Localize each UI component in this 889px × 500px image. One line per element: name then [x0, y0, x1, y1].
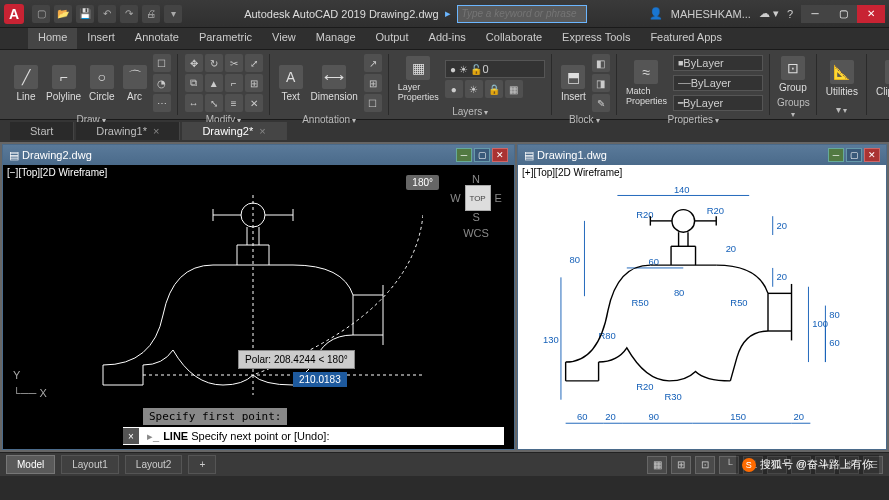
circle-button[interactable]: ○Circle [87, 63, 117, 104]
status-grid-icon[interactable]: ⊞ [671, 456, 691, 474]
layer-tool-icon[interactable]: ▦ [505, 80, 523, 98]
maximize-button[interactable]: ▢ [829, 5, 857, 23]
tab-manage[interactable]: Manage [306, 28, 366, 49]
tab-insert[interactable]: Insert [77, 28, 125, 49]
doc-maximize-button[interactable]: ▢ [846, 148, 862, 162]
user-icon[interactable]: 👤 [649, 7, 663, 20]
layer-tool-icon[interactable]: ☀ [465, 80, 483, 98]
move-icon[interactable]: ✥ [185, 54, 203, 72]
tab-annotate[interactable]: Annotate [125, 28, 189, 49]
rotate-icon[interactable]: ↻ [205, 54, 223, 72]
scale-icon[interactable]: ⤡ [205, 94, 223, 112]
qat-redo-icon[interactable]: ↷ [120, 5, 138, 23]
tab-output[interactable]: Output [366, 28, 419, 49]
app-logo[interactable]: A [4, 4, 24, 24]
viewport-drawing2[interactable]: [−][Top][2D Wireframe] 180° N WTOPE S WC… [3, 165, 514, 449]
panel-annotation[interactable]: Annotation [277, 112, 382, 125]
svg-text:20: 20 [777, 271, 787, 282]
arc-button[interactable]: ⌒Arc [121, 63, 149, 104]
status-snap-icon[interactable]: ⊡ [695, 456, 715, 474]
filetab-start[interactable]: Start [10, 122, 74, 140]
group-button[interactable]: ⊡Group [777, 54, 809, 95]
text-button[interactable]: AText [277, 63, 305, 104]
layer-dropdown[interactable]: ● ☀ 🔓 0 [445, 60, 545, 78]
tab-view[interactable]: View [262, 28, 306, 49]
qat-plot-icon[interactable]: 🖨 [142, 5, 160, 23]
match-properties-button[interactable]: ≈Match Properties [624, 58, 669, 108]
panel-layers[interactable]: Layers [396, 104, 545, 117]
qat-open-icon[interactable]: 📂 [54, 5, 72, 23]
qat-save-icon[interactable]: 💾 [76, 5, 94, 23]
search-input[interactable] [457, 5, 587, 23]
block-tool-icon[interactable]: ✎ [592, 94, 610, 112]
cloud-icon[interactable]: ☁ ▾ [759, 7, 779, 20]
tab-parametric[interactable]: Parametric [189, 28, 262, 49]
add-layout-button[interactable]: + [188, 455, 216, 474]
draw-tool-icon[interactable]: ☐ [153, 54, 171, 72]
layer-tool-icon[interactable]: 🔒 [485, 80, 503, 98]
cmd-close-icon[interactable]: × [123, 428, 139, 444]
draw-tool-icon[interactable]: ◔ [153, 74, 171, 92]
table-icon[interactable]: ⊞ [364, 74, 382, 92]
doc-minimize-button[interactable]: ─ [828, 148, 844, 162]
tab-collaborate[interactable]: Collaborate [476, 28, 552, 49]
doc-close-button[interactable]: ✕ [492, 148, 508, 162]
filetab-drawing2[interactable]: Drawing2*× [182, 122, 286, 140]
status-model-icon[interactable]: ▦ [647, 456, 667, 474]
doc-maximize-button[interactable]: ▢ [474, 148, 490, 162]
command-line[interactable]: × ▸_ LINE Specify next point or [Undo]: [123, 427, 504, 445]
block-tool-icon[interactable]: ◨ [592, 74, 610, 92]
block-tool-icon[interactable]: ◧ [592, 54, 610, 72]
polyline-button[interactable]: ⌐Polyline [44, 63, 83, 104]
stretch-icon[interactable]: ↔ [185, 94, 203, 112]
close-button[interactable]: ✕ [857, 5, 885, 23]
panel-block[interactable]: Block [559, 112, 610, 125]
tab-featured[interactable]: Featured Apps [640, 28, 732, 49]
layout1-tab[interactable]: Layout1 [61, 455, 119, 474]
viewcube[interactable]: N WTOPE S WCS [446, 173, 506, 233]
close-icon[interactable]: × [259, 125, 265, 137]
user-name[interactable]: MAHESHKAM... [671, 8, 751, 20]
linetype-dropdown[interactable]: ── ByLayer [673, 75, 763, 91]
tab-express[interactable]: Express Tools [552, 28, 640, 49]
lineweight-dropdown[interactable]: ━ ByLayer [673, 95, 763, 111]
erase-icon[interactable]: ✕ [245, 94, 263, 112]
qat-new-icon[interactable]: ▢ [32, 5, 50, 23]
qat-more-icon[interactable]: ▾ [164, 5, 182, 23]
utilities-button[interactable]: 📐Utilities [824, 58, 860, 99]
tab-addins[interactable]: Add-ins [419, 28, 476, 49]
tab-home[interactable]: Home [28, 28, 77, 49]
color-dropdown[interactable]: ■ ByLayer [673, 55, 763, 71]
copy-icon[interactable]: ⧉ [185, 74, 203, 92]
draw-tool-icon[interactable]: ⋯ [153, 94, 171, 112]
close-icon[interactable]: × [153, 125, 159, 137]
offset-icon[interactable]: ≡ [225, 94, 243, 112]
filetab-drawing1[interactable]: Drawing1*× [76, 122, 180, 140]
viewport-drawing1[interactable]: [+][Top][2D Wireframe] 140 R20R20 20 20 … [518, 165, 886, 449]
minimize-button[interactable]: ─ [801, 5, 829, 23]
line-button[interactable]: ╱Line [12, 63, 40, 104]
fillet-icon[interactable]: ⌐ [225, 74, 243, 92]
svg-text:130: 130 [543, 334, 559, 345]
panel-groups[interactable]: Groups [777, 95, 810, 119]
mirror-icon[interactable]: ▲ [205, 74, 223, 92]
anno-icon[interactable]: ☐ [364, 94, 382, 112]
leader-icon[interactable]: ↗ [364, 54, 382, 72]
model-tab[interactable]: Model [6, 455, 55, 474]
clipboard-button[interactable]: 📋Clipboard [874, 58, 889, 99]
dimension-button[interactable]: ⟷Dimension [309, 63, 360, 104]
panel-properties[interactable]: Properties [624, 112, 763, 125]
extend-icon[interactable]: ⤢ [245, 54, 263, 72]
trim-icon[interactable]: ✂ [225, 54, 243, 72]
layout2-tab[interactable]: Layout2 [125, 455, 183, 474]
array-icon[interactable]: ⊞ [245, 74, 263, 92]
layer-properties-button[interactable]: ▦Layer Properties [396, 54, 441, 104]
help-icon[interactable]: ? [787, 8, 793, 20]
view-controls[interactable]: [−][Top][2D Wireframe] [7, 167, 107, 178]
polar-tooltip: Polar: 208.4244 < 180° [238, 350, 355, 369]
layer-tool-icon[interactable]: ● [445, 80, 463, 98]
insert-button[interactable]: ⬒Insert [559, 63, 588, 104]
doc-close-button[interactable]: ✕ [864, 148, 880, 162]
qat-undo-icon[interactable]: ↶ [98, 5, 116, 23]
doc-minimize-button[interactable]: ─ [456, 148, 472, 162]
